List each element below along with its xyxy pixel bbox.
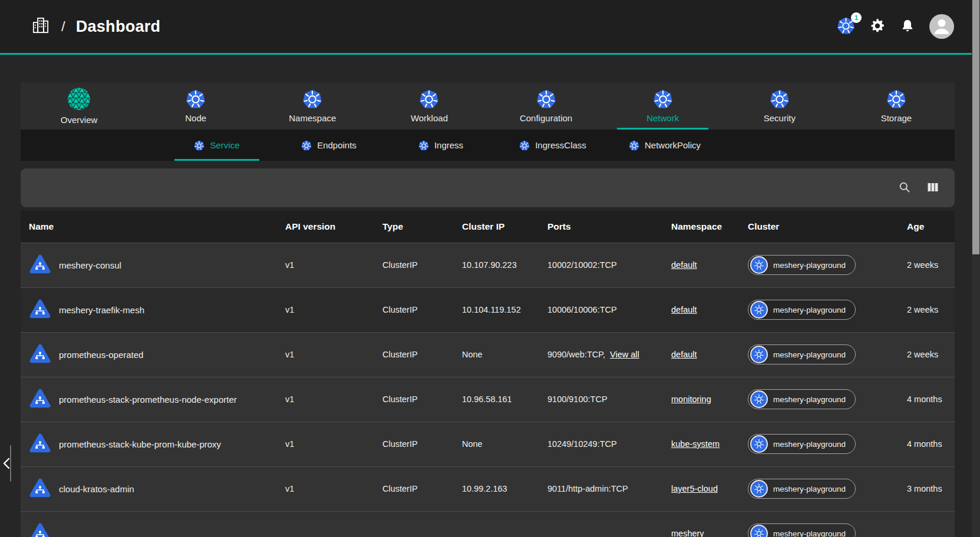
cluster-count-badge: 1 bbox=[851, 12, 862, 23]
user-avatar[interactable] bbox=[929, 14, 954, 39]
service-icon bbox=[29, 299, 51, 321]
tab-node[interactable]: Node bbox=[137, 82, 254, 130]
namespace-cell: kube-system bbox=[663, 422, 740, 466]
cluster-chip[interactable]: meshery-playground bbox=[748, 255, 856, 275]
tab-label: Network bbox=[646, 113, 679, 123]
collapse-drawer-button[interactable] bbox=[1, 457, 14, 471]
kubernetes-icon bbox=[536, 89, 556, 109]
table-row[interactable]: mesherymeshery-playground bbox=[21, 511, 955, 537]
column-header-cluster[interactable]: Cluster bbox=[740, 211, 899, 243]
service-icon bbox=[29, 433, 51, 455]
kubernetes-wheel-icon bbox=[753, 438, 765, 450]
ports-cell: 10249/10249:TCP bbox=[539, 422, 663, 466]
column-header-ports[interactable]: Ports bbox=[539, 211, 663, 243]
age-cell: 2 weeks bbox=[899, 332, 955, 377]
app-header: / Dashboard 1 bbox=[0, 0, 980, 55]
column-header-namespace[interactable]: Namespace bbox=[663, 211, 740, 243]
age-cell: 4 months bbox=[899, 422, 955, 466]
api-version-cell: v1 bbox=[277, 422, 374, 466]
gear-icon bbox=[869, 18, 886, 36]
meshery-icon bbox=[67, 87, 91, 111]
subtab-service[interactable]: Service bbox=[161, 130, 273, 161]
tab-configuration[interactable]: Configuration bbox=[488, 82, 605, 130]
table-row[interactable]: prometheus-stack-prometheus-node-exporte… bbox=[21, 377, 955, 422]
tab-label: Overview bbox=[61, 115, 98, 125]
view-columns-button[interactable] bbox=[924, 179, 942, 197]
service-icon bbox=[29, 254, 51, 276]
page-scrollbar[interactable] bbox=[972, 0, 980, 537]
tab-namespace[interactable]: Namespace bbox=[254, 82, 371, 130]
service-icon bbox=[29, 388, 51, 410]
namespace-link[interactable]: layer5-cloud bbox=[671, 484, 718, 493]
kubernetes-icon bbox=[519, 140, 530, 151]
tab-workload[interactable]: Workload bbox=[371, 82, 487, 130]
table-row[interactable]: meshery-consulv1ClusterIP10.107.90.22310… bbox=[21, 243, 955, 287]
kubernetes-wheel-icon bbox=[753, 528, 765, 537]
tab-overview[interactable]: Overview bbox=[21, 82, 137, 130]
subtab-label: Ingress bbox=[434, 140, 463, 150]
api-version-cell: v1 bbox=[277, 377, 374, 422]
name-cell: cloud-kratos-admin bbox=[21, 466, 277, 511]
ports-text: 9100/9100:TCP bbox=[547, 395, 608, 404]
cluster-connection-button[interactable]: 1 bbox=[837, 16, 855, 37]
age-cell: 2 weeks bbox=[899, 287, 955, 332]
table-row[interactable]: prometheus-operatedv1ClusterIPNone9090/w… bbox=[21, 332, 955, 377]
column-header-api-version[interactable]: API version bbox=[277, 211, 374, 243]
namespace-link[interactable]: meshery bbox=[671, 529, 704, 537]
namespace-link[interactable]: monitoring bbox=[671, 395, 711, 404]
service-name: prometheus-stack-prometheus-node-exporte… bbox=[59, 395, 237, 405]
subtab-networkpolicy[interactable]: NetworkPolicy bbox=[609, 130, 721, 161]
namespace-link[interactable]: default bbox=[671, 305, 697, 314]
kubernetes-icon bbox=[886, 89, 906, 109]
cluster-chip[interactable]: meshery-playground bbox=[748, 479, 856, 499]
kubernetes-wheel-icon bbox=[753, 349, 765, 360]
kubernetes-wheel-icon bbox=[753, 483, 765, 495]
services-table: NameAPI versionTypeCluster IPPortsNamesp… bbox=[21, 211, 955, 537]
subtab-endpoints[interactable]: Endpoints bbox=[273, 130, 385, 161]
tab-label: Security bbox=[764, 113, 796, 123]
table-row[interactable]: prometheus-stack-kube-prom-kube-proxyv1C… bbox=[21, 422, 955, 466]
tab-label: Configuration bbox=[520, 113, 572, 123]
column-header-age[interactable]: Age bbox=[899, 211, 955, 243]
cluster-chip[interactable]: meshery-playground bbox=[748, 389, 856, 409]
cluster-chip[interactable]: meshery-playground bbox=[748, 344, 856, 364]
tab-security[interactable]: Security bbox=[721, 82, 838, 130]
namespace-link[interactable]: default bbox=[671, 260, 697, 270]
ports-cell: 10006/10006:TCP bbox=[539, 287, 663, 332]
tab-network[interactable]: Network bbox=[605, 82, 721, 130]
service-name: meshery-traefik-mesh bbox=[59, 305, 144, 315]
cluster-cell: meshery-playground bbox=[740, 377, 899, 422]
cluster-chip[interactable]: meshery-playground bbox=[748, 523, 856, 537]
subtab-ingressclass[interactable]: IngressClass bbox=[497, 130, 609, 161]
subtab-ingress[interactable]: Ingress bbox=[385, 130, 497, 161]
namespace-link[interactable]: kube-system bbox=[671, 439, 720, 449]
breadcrumb-separator: / bbox=[61, 18, 65, 35]
column-header-cluster-ip[interactable]: Cluster IP bbox=[454, 211, 539, 243]
cluster-chip[interactable]: meshery-playground bbox=[748, 434, 856, 454]
service-name: meshery-consul bbox=[59, 260, 121, 270]
scrollbar-thumb[interactable] bbox=[972, 0, 979, 254]
ports-text: 10006/10006:TCP bbox=[547, 305, 617, 314]
view-all-ports-link[interactable]: View all bbox=[610, 350, 639, 359]
cluster-chip[interactable]: meshery-playground bbox=[748, 300, 856, 320]
column-header-type[interactable]: Type bbox=[374, 211, 454, 243]
kubernetes-icon bbox=[418, 140, 429, 151]
kubernetes-wheel-icon bbox=[753, 393, 765, 405]
cluster-cell: meshery-playground bbox=[740, 243, 899, 287]
cluster-chip-label: meshery-playground bbox=[773, 440, 846, 449]
search-button[interactable] bbox=[896, 179, 913, 197]
table-row[interactable]: meshery-traefik-meshv1ClusterIP10.104.11… bbox=[21, 287, 955, 332]
notifications-button[interactable] bbox=[900, 18, 915, 35]
ports-text: 9090/web:TCP, bbox=[547, 350, 605, 359]
network-resource-subtabs: ServiceEndpointsIngressIngressClassNetwo… bbox=[21, 130, 955, 161]
tab-storage[interactable]: Storage bbox=[838, 82, 955, 130]
name-cell: meshery-consul bbox=[21, 243, 277, 287]
age-cell bbox=[899, 511, 955, 537]
kubernetes-icon bbox=[419, 89, 439, 109]
column-header-name[interactable]: Name bbox=[21, 211, 277, 243]
cluster-chip-label: meshery-playground bbox=[773, 485, 846, 493]
organization-icon[interactable] bbox=[31, 15, 51, 38]
settings-button[interactable] bbox=[869, 18, 886, 36]
namespace-link[interactable]: default bbox=[671, 350, 697, 359]
table-row[interactable]: cloud-kratos-adminv1ClusterIP10.99.2.163… bbox=[21, 466, 955, 511]
